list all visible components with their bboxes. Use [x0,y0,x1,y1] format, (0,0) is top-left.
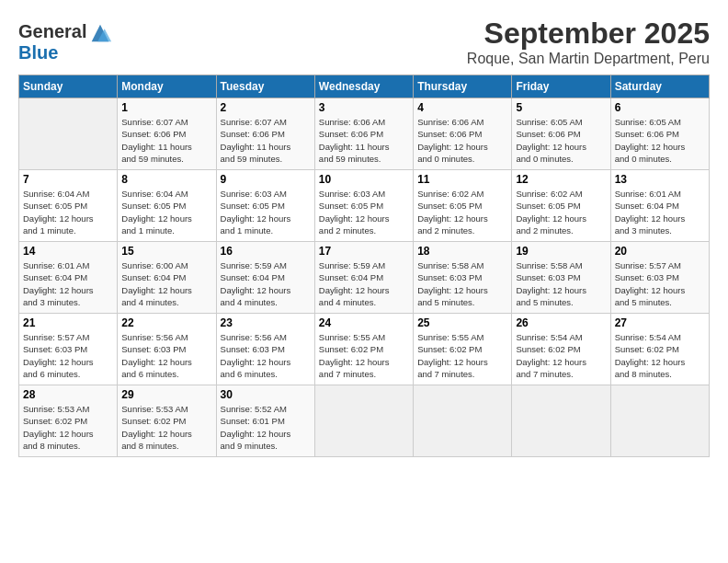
day-cell: 15Sunrise: 6:00 AMSunset: 6:04 PMDayligh… [118,242,216,314]
day-info: Sunrise: 5:56 AMSunset: 6:03 PMDaylight:… [121,331,211,380]
day-cell: 13Sunrise: 6:01 AMSunset: 6:04 PMDayligh… [610,170,709,242]
day-cell: 18Sunrise: 5:58 AMSunset: 6:03 PMDayligh… [414,242,512,314]
day-number: 23 [221,316,311,329]
day-cell: 21Sunrise: 5:57 AMSunset: 6:03 PMDayligh… [19,314,118,385]
day-cell [610,385,709,457]
day-cell: 2Sunrise: 6:07 AMSunset: 6:06 PMDaylight… [216,98,314,170]
day-cell: 9Sunrise: 6:03 AMSunset: 6:05 PMDaylight… [216,170,314,242]
week-row-2: 7Sunrise: 6:04 AMSunset: 6:05 PMDaylight… [19,170,710,242]
calendar-table: SundayMondayTuesdayWednesdayThursdayFrid… [18,75,710,457]
day-number: 5 [516,101,606,114]
day-info: Sunrise: 6:00 AMSunset: 6:04 PMDaylight:… [121,259,211,308]
day-info: Sunrise: 5:59 AMSunset: 6:04 PMDaylight:… [319,259,409,308]
day-cell: 26Sunrise: 5:54 AMSunset: 6:02 PMDayligh… [512,314,610,385]
col-header-tuesday: Tuesday [216,75,314,98]
col-header-sunday: Sunday [19,75,118,98]
day-number: 9 [221,173,311,186]
day-number: 4 [417,101,507,114]
day-cell: 1Sunrise: 6:07 AMSunset: 6:06 PMDaylight… [118,98,216,170]
day-number: 30 [221,388,311,401]
day-cell: 19Sunrise: 5:58 AMSunset: 6:03 PMDayligh… [512,242,610,314]
day-cell: 23Sunrise: 5:56 AMSunset: 6:03 PMDayligh… [216,314,314,385]
day-number: 22 [121,316,211,329]
day-cell: 30Sunrise: 5:52 AMSunset: 6:01 PMDayligh… [216,385,314,457]
day-number: 19 [516,245,606,258]
day-number: 25 [417,316,507,329]
day-cell: 11Sunrise: 6:02 AMSunset: 6:05 PMDayligh… [414,170,512,242]
day-cell: 6Sunrise: 6:05 AMSunset: 6:06 PMDaylight… [610,98,709,170]
day-info: Sunrise: 5:55 AMSunset: 6:02 PMDaylight:… [319,331,409,380]
day-info: Sunrise: 5:53 AMSunset: 6:02 PMDaylight:… [23,403,113,452]
header-row: SundayMondayTuesdayWednesdayThursdayFrid… [19,75,710,98]
day-number: 17 [319,245,409,258]
day-cell: 24Sunrise: 5:55 AMSunset: 6:02 PMDayligh… [314,314,413,385]
col-header-friday: Friday [512,75,610,98]
day-info: Sunrise: 6:02 AMSunset: 6:05 PMDaylight:… [417,188,507,236]
day-number: 11 [417,173,507,186]
day-info: Sunrise: 5:55 AMSunset: 6:02 PMDaylight:… [417,331,507,380]
day-number: 7 [23,173,113,186]
day-cell: 7Sunrise: 6:04 AMSunset: 6:05 PMDaylight… [19,170,118,242]
day-info: Sunrise: 5:52 AMSunset: 6:01 PMDaylight:… [221,403,311,452]
day-info: Sunrise: 5:59 AMSunset: 6:04 PMDaylight:… [221,259,311,308]
day-info: Sunrise: 5:58 AMSunset: 6:03 PMDaylight:… [417,259,507,308]
day-cell: 10Sunrise: 6:03 AMSunset: 6:05 PMDayligh… [314,170,413,242]
day-number: 18 [417,245,507,258]
day-number: 16 [221,245,311,258]
day-cell: 4Sunrise: 6:06 AMSunset: 6:06 PMDaylight… [414,98,512,170]
col-header-wednesday: Wednesday [314,75,413,98]
col-header-thursday: Thursday [414,75,512,98]
day-info: Sunrise: 6:02 AMSunset: 6:05 PMDaylight:… [516,188,606,236]
day-cell: 12Sunrise: 6:02 AMSunset: 6:05 PMDayligh… [512,170,610,242]
day-number: 15 [121,245,211,258]
day-info: Sunrise: 6:06 AMSunset: 6:06 PMDaylight:… [417,116,507,165]
day-cell: 22Sunrise: 5:56 AMSunset: 6:03 PMDayligh… [118,314,216,385]
day-cell [512,385,610,457]
col-header-monday: Monday [118,75,216,98]
month-title: September 2025 [467,17,710,51]
day-info: Sunrise: 6:05 AMSunset: 6:06 PMDaylight:… [615,116,705,165]
page: General Blue September 2025 Roque, San M… [0,0,728,466]
day-cell [414,385,512,457]
day-info: Sunrise: 6:01 AMSunset: 6:04 PMDaylight:… [23,259,113,308]
day-info: Sunrise: 6:05 AMSunset: 6:06 PMDaylight:… [516,116,606,165]
day-number: 13 [615,173,705,186]
day-info: Sunrise: 6:03 AMSunset: 6:05 PMDaylight:… [319,188,409,236]
day-info: Sunrise: 6:01 AMSunset: 6:04 PMDaylight:… [615,188,705,236]
day-info: Sunrise: 6:03 AMSunset: 6:05 PMDaylight:… [221,188,311,236]
day-cell: 3Sunrise: 6:06 AMSunset: 6:06 PMDaylight… [314,98,413,170]
day-cell: 25Sunrise: 5:55 AMSunset: 6:02 PMDayligh… [414,314,512,385]
day-info: Sunrise: 6:04 AMSunset: 6:05 PMDaylight:… [121,188,211,236]
day-info: Sunrise: 6:04 AMSunset: 6:05 PMDaylight:… [23,188,113,236]
day-number: 20 [615,245,705,258]
day-info: Sunrise: 5:54 AMSunset: 6:02 PMDaylight:… [516,331,606,380]
day-cell [19,98,118,170]
day-number: 29 [121,388,211,401]
day-info: Sunrise: 6:07 AMSunset: 6:06 PMDaylight:… [121,116,211,165]
day-number: 2 [221,101,311,114]
col-header-saturday: Saturday [610,75,709,98]
logo: General Blue [18,20,114,63]
day-info: Sunrise: 6:07 AMSunset: 6:06 PMDaylight:… [221,116,311,165]
location: Roque, San Martin Department, Peru [467,51,710,67]
day-cell: 16Sunrise: 5:59 AMSunset: 6:04 PMDayligh… [216,242,314,314]
week-row-4: 21Sunrise: 5:57 AMSunset: 6:03 PMDayligh… [19,314,710,385]
day-number: 12 [516,173,606,186]
day-number: 14 [23,245,113,258]
day-number: 6 [615,101,705,114]
day-info: Sunrise: 5:54 AMSunset: 6:02 PMDaylight:… [615,331,705,380]
day-cell: 29Sunrise: 5:53 AMSunset: 6:02 PMDayligh… [118,385,216,457]
day-number: 21 [23,316,113,329]
week-row-5: 28Sunrise: 5:53 AMSunset: 6:02 PMDayligh… [19,385,710,457]
day-cell: 5Sunrise: 6:05 AMSunset: 6:06 PMDaylight… [512,98,610,170]
day-number: 24 [319,316,409,329]
day-number: 8 [121,173,211,186]
day-cell: 20Sunrise: 5:57 AMSunset: 6:03 PMDayligh… [610,242,709,314]
day-cell [314,385,413,457]
week-row-1: 1Sunrise: 6:07 AMSunset: 6:06 PMDaylight… [19,98,710,170]
day-number: 1 [121,101,211,114]
day-info: Sunrise: 5:58 AMSunset: 6:03 PMDaylight:… [516,259,606,308]
day-number: 10 [319,173,409,186]
day-info: Sunrise: 6:06 AMSunset: 6:06 PMDaylight:… [319,116,409,165]
day-number: 26 [516,316,606,329]
